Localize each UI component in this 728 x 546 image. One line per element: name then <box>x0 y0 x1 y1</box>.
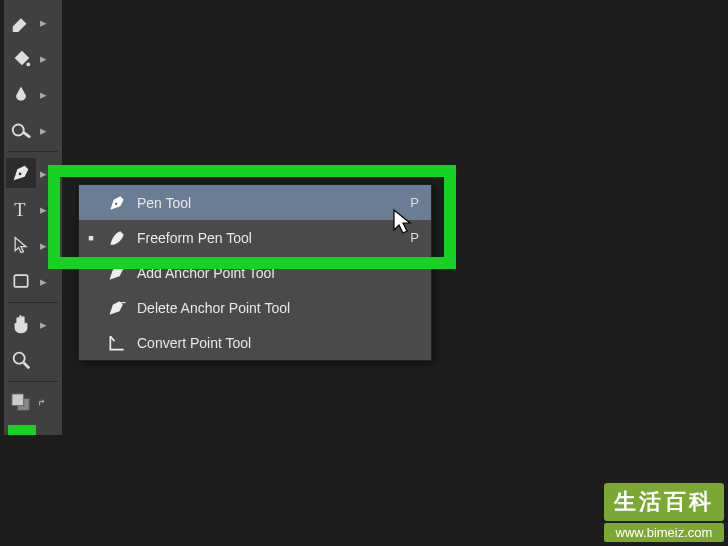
svg-text:+: + <box>120 263 125 273</box>
flyout-item-shortcut: P <box>401 195 419 210</box>
hand-icon <box>10 313 32 335</box>
freeform-pen-icon <box>103 226 131 250</box>
flyout-item-label: Convert Point Tool <box>137 335 401 351</box>
watermark-title: 生活百科 <box>604 483 724 521</box>
flyout-item-delete-anchor-point-tool[interactable]: − Delete Anchor Point Tool <box>79 290 431 325</box>
delete-anchor-icon: − <box>103 296 131 320</box>
toolbar-divider <box>8 302 58 303</box>
pen-tool[interactable] <box>6 158 36 188</box>
svg-text:−: − <box>120 298 126 308</box>
magnifier-icon <box>10 349 32 371</box>
toolbar-divider <box>8 151 58 152</box>
zoom-tool[interactable] <box>6 345 36 375</box>
svg-point-1 <box>13 125 24 136</box>
flyout-item-pen-tool[interactable]: Pen Tool P <box>79 185 431 220</box>
foreground-background-swatch[interactable] <box>6 388 36 418</box>
pen-tool-flyout: Pen Tool P ■ Freeform Pen Tool P + Add A… <box>78 184 432 361</box>
swatch-icon <box>10 393 32 413</box>
svg-point-0 <box>27 63 31 67</box>
svg-point-9 <box>115 202 117 204</box>
blur-tool[interactable] <box>6 79 36 109</box>
flyout-indicator: ▸ <box>38 193 48 225</box>
color-swatch-green[interactable] <box>8 425 36 435</box>
active-indicator: ■ <box>85 233 97 243</box>
paint-bucket-tool[interactable] <box>6 43 36 73</box>
type-tool[interactable]: T <box>6 194 36 224</box>
svg-rect-4 <box>14 275 27 287</box>
flyout-item-label: Pen Tool <box>137 195 401 211</box>
swap-swatch-icon[interactable] <box>38 387 48 419</box>
svg-text:T: T <box>14 200 25 219</box>
path-selection-tool[interactable] <box>6 230 36 260</box>
flyout-indicator: ▸ <box>38 265 48 297</box>
rectangle-icon <box>11 271 31 291</box>
dodge-tool[interactable] <box>6 115 36 145</box>
add-anchor-icon: + <box>103 261 131 285</box>
watermark: 生活百科 www.bimeiz.com <box>604 483 724 542</box>
tool-palette: ▸ ▸ ▸ ▸ <box>4 0 62 435</box>
flyout-item-shortcut: P <box>401 230 419 245</box>
dodge-icon <box>10 119 32 141</box>
flyout-indicator: ▸ <box>38 78 48 110</box>
pen-nib-icon <box>10 162 32 184</box>
flyout-indicator: ▸ <box>38 114 48 146</box>
pen-icon <box>103 191 131 215</box>
drop-icon <box>11 83 31 105</box>
flyout-item-add-anchor-point-tool[interactable]: + Add Anchor Point Tool <box>79 255 431 290</box>
flyout-indicator: ▸ <box>38 157 48 189</box>
flyout-indicator: ▸ <box>38 6 48 38</box>
flyout-item-convert-point-tool[interactable]: Convert Point Tool <box>79 325 431 360</box>
watermark-url: www.bimeiz.com <box>604 523 724 542</box>
hand-tool[interactable] <box>6 309 36 339</box>
flyout-item-label: Freeform Pen Tool <box>137 230 401 246</box>
eraser-tool[interactable] <box>6 7 36 37</box>
paint-bucket-icon <box>10 47 32 69</box>
flyout-item-label: Add Anchor Point Tool <box>137 265 401 281</box>
convert-point-icon <box>103 331 131 355</box>
flyout-item-freeform-pen-tool[interactable]: ■ Freeform Pen Tool P <box>79 220 431 255</box>
flyout-indicator: ▸ <box>38 229 48 261</box>
svg-point-5 <box>14 353 25 364</box>
rectangle-tool[interactable] <box>6 266 36 296</box>
svg-rect-8 <box>12 394 24 406</box>
eraser-icon <box>10 11 32 33</box>
svg-line-6 <box>24 363 30 369</box>
flyout-indicator: ▸ <box>38 42 48 74</box>
toolbar-divider <box>8 381 58 382</box>
type-icon: T <box>11 199 31 219</box>
arrow-cursor-icon <box>11 235 31 255</box>
flyout-indicator: ▸ <box>38 308 48 340</box>
flyout-item-label: Delete Anchor Point Tool <box>137 300 401 316</box>
svg-point-2 <box>19 173 22 176</box>
